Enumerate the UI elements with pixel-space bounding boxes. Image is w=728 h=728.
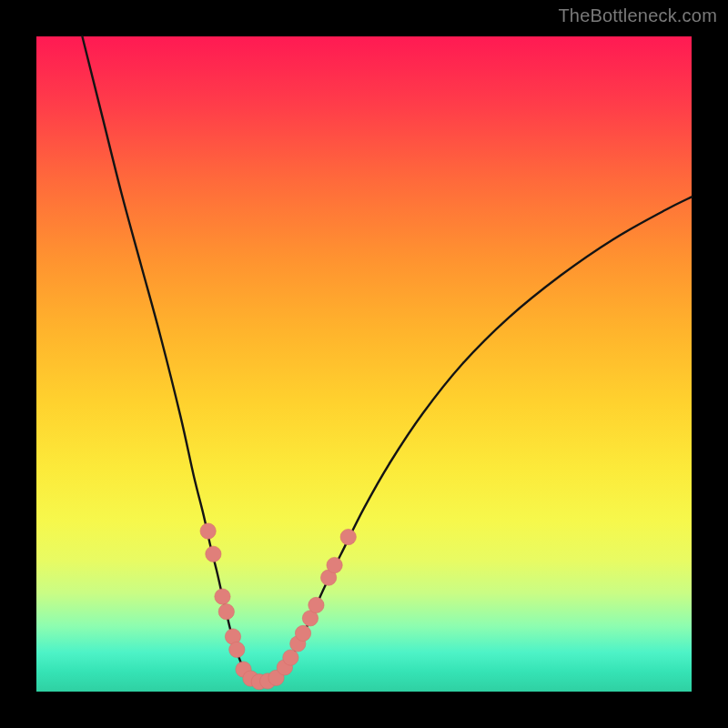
highlight-dot <box>340 529 356 544</box>
chart-frame: TheBottleneck.com <box>0 0 728 728</box>
highlight-dot <box>283 650 298 665</box>
highlight-dot <box>200 523 216 539</box>
highlight-dot <box>229 642 245 657</box>
highlight-dot <box>308 597 324 612</box>
watermark-label: TheBottleneck.com <box>558 5 717 26</box>
highlight-dot <box>215 589 230 604</box>
highlight-dot <box>218 604 234 620</box>
highlight-dot <box>327 557 342 572</box>
right-branch-curve <box>278 197 692 676</box>
plot-area <box>36 36 692 692</box>
highlight-dots-group <box>200 523 356 690</box>
curve-layer <box>36 36 692 692</box>
highlight-dot <box>295 625 310 641</box>
left-branch-curve <box>82 36 248 676</box>
highlight-dot <box>206 546 221 561</box>
